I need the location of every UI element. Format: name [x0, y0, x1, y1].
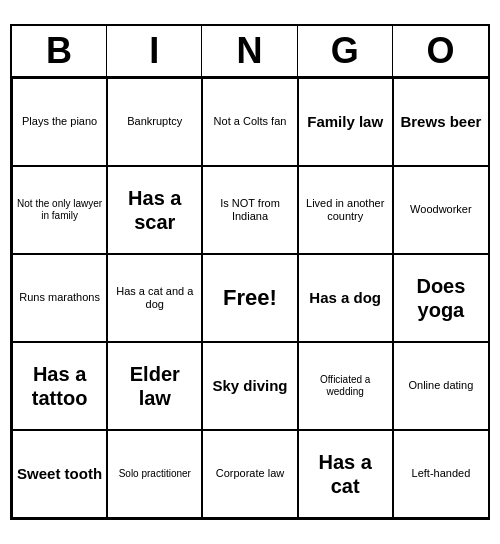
- cell-text: Plays the piano: [22, 115, 97, 128]
- cell-text: Officiated a wedding: [303, 374, 388, 398]
- cell-text: Free!: [223, 285, 277, 311]
- bingo-cell-5: Not the only lawyer in family: [12, 166, 107, 254]
- bingo-letter-o: O: [393, 26, 488, 76]
- cell-text: Has a dog: [309, 289, 381, 307]
- cell-text: Family law: [307, 113, 383, 131]
- bingo-cell-7: Is NOT from Indiana: [202, 166, 297, 254]
- bingo-cell-9: Woodworker: [393, 166, 488, 254]
- cell-text: Elder law: [112, 362, 197, 410]
- bingo-cell-23: Has a cat: [298, 430, 393, 518]
- cell-text: Solo practitioner: [119, 468, 191, 480]
- bingo-cell-15: Has a tattoo: [12, 342, 107, 430]
- cell-text: Not a Colts fan: [214, 115, 287, 128]
- cell-text: Corporate law: [216, 467, 284, 480]
- bingo-cell-13: Has a dog: [298, 254, 393, 342]
- cell-text: Lived in another country: [303, 197, 388, 223]
- bingo-cell-0: Plays the piano: [12, 78, 107, 166]
- bingo-cell-3: Family law: [298, 78, 393, 166]
- bingo-cell-1: Bankruptcy: [107, 78, 202, 166]
- bingo-letter-i: I: [107, 26, 202, 76]
- bingo-cell-2: Not a Colts fan: [202, 78, 297, 166]
- bingo-cell-11: Has a cat and a dog: [107, 254, 202, 342]
- bingo-cell-16: Elder law: [107, 342, 202, 430]
- cell-text: Runs marathons: [19, 291, 100, 304]
- cell-text: Sky diving: [212, 377, 287, 395]
- cell-text: Online dating: [408, 379, 473, 392]
- bingo-grid: Plays the pianoBankruptcyNot a Colts fan…: [12, 78, 488, 518]
- bingo-letter-g: G: [298, 26, 393, 76]
- bingo-cell-12: Free!: [202, 254, 297, 342]
- cell-text: Bankruptcy: [127, 115, 182, 128]
- bingo-cell-17: Sky diving: [202, 342, 297, 430]
- cell-text: Has a scar: [112, 186, 197, 234]
- bingo-cell-24: Left-handed: [393, 430, 488, 518]
- bingo-cell-18: Officiated a wedding: [298, 342, 393, 430]
- bingo-cell-6: Has a scar: [107, 166, 202, 254]
- bingo-card: BINGO Plays the pianoBankruptcyNot a Col…: [10, 24, 490, 520]
- cell-text: Has a cat and a dog: [112, 285, 197, 311]
- cell-text: Is NOT from Indiana: [207, 197, 292, 223]
- bingo-cell-19: Online dating: [393, 342, 488, 430]
- cell-text: Woodworker: [410, 203, 472, 216]
- cell-text: Has a cat: [303, 450, 388, 498]
- bingo-cell-14: Does yoga: [393, 254, 488, 342]
- cell-text: Does yoga: [398, 274, 484, 322]
- bingo-cell-21: Solo practitioner: [107, 430, 202, 518]
- cell-text: Left-handed: [412, 467, 471, 480]
- bingo-cell-10: Runs marathons: [12, 254, 107, 342]
- cell-text: Brews beer: [400, 113, 481, 131]
- bingo-letter-n: N: [202, 26, 297, 76]
- cell-text: Sweet tooth: [17, 465, 102, 483]
- bingo-cell-4: Brews beer: [393, 78, 488, 166]
- bingo-cell-20: Sweet tooth: [12, 430, 107, 518]
- cell-text: Not the only lawyer in family: [17, 198, 102, 222]
- bingo-cell-22: Corporate law: [202, 430, 297, 518]
- bingo-header: BINGO: [12, 26, 488, 78]
- bingo-letter-b: B: [12, 26, 107, 76]
- bingo-cell-8: Lived in another country: [298, 166, 393, 254]
- cell-text: Has a tattoo: [17, 362, 102, 410]
